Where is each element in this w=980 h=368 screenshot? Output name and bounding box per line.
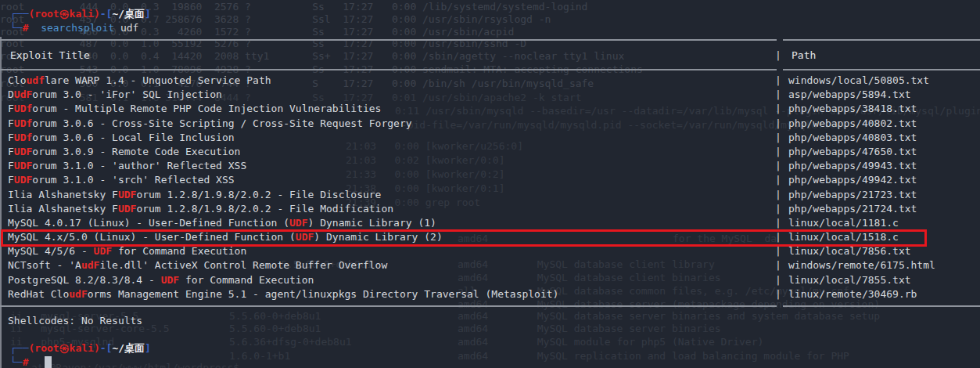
column-divider: |	[775, 287, 781, 301]
table-row: FUDforum 3.0.6 - Local File Inclusion|ph…	[0, 131, 980, 145]
table-separator	[0, 69, 777, 70]
table-separator	[783, 305, 980, 307]
exploit-title: FUDforum - Multiple Remote PHP Code Inje…	[8, 102, 381, 116]
column-divider: |	[775, 49, 781, 63]
prompt-frame: ]	[145, 342, 151, 354]
prompt-line-1: ┌──(root㉿kali)-[~/桌面]	[10, 7, 151, 21]
search-match-highlight: udF	[81, 259, 99, 271]
exploit-title: MySQL 4.0.17 (Linux) - User-Defined Func…	[8, 216, 436, 230]
table-separator	[0, 39, 777, 41]
prompt-frame: └─	[10, 356, 23, 368]
cursor[interactable]	[45, 356, 52, 368]
column-divider: |	[775, 88, 781, 102]
highlight-annotation-box	[1, 229, 927, 247]
exploit-table: Cloudflare WARP 1.4 - Unquoted Service P…	[0, 74, 980, 301]
exploit-title: FUDForum 3.0.9 - Remote Code Execution	[8, 145, 240, 159]
prompt-frame: ┌──	[10, 342, 28, 354]
search-match-highlight: UDF	[14, 174, 32, 186]
exploit-path: php/webapps/38418.txt	[788, 102, 917, 116]
prompt-frame: ┌──	[10, 8, 28, 20]
search-match-highlight: UdF	[14, 88, 32, 100]
exploit-path: windows/local/50805.txt	[788, 74, 929, 88]
search-match-highlight: UDF	[161, 274, 179, 286]
exploit-path: php/webapps/49943.txt	[788, 159, 917, 173]
table-separator	[0, 305, 777, 307]
command-text: searchsploit	[41, 22, 114, 34]
column-divider: |	[775, 102, 781, 116]
column-header-title: Exploit Title	[10, 49, 90, 63]
search-match-highlight: UDF	[14, 160, 32, 171]
table-row: DUdForum 3.0 - 'iFor' SQL Injection|asp/…	[0, 88, 980, 102]
column-divider: |	[775, 173, 781, 187]
exploit-path: windows/remote/6175.html	[788, 258, 935, 272]
column-divider: |	[775, 131, 781, 145]
search-match-highlight: UDF	[14, 146, 32, 157]
exploit-path: php/webapps/21723.txt	[788, 188, 917, 202]
prompt-line-1: ┌──(root㉿kali)-[~/桌面]	[10, 341, 151, 355]
exploit-path: php/webapps/40803.txt	[788, 131, 917, 145]
column-divider: |	[775, 216, 781, 230]
exploit-title: RedHat CloudForms Management Engine 5.1 …	[8, 287, 558, 301]
prompt-line-2: └─#	[10, 355, 28, 368]
prompt-cwd: ~/桌面	[112, 342, 145, 354]
column-divider: |	[775, 159, 781, 173]
prompt-frame: -[	[100, 342, 113, 354]
exploit-path: asp/webapps/5894.txt	[788, 88, 911, 102]
prompt-hash: #	[23, 356, 29, 368]
table-row: FUDforum - Multiple Remote PHP Code Inje…	[0, 102, 980, 116]
search-match-highlight: UDF	[118, 203, 136, 215]
search-match-highlight: UDf	[14, 117, 32, 129]
table-row: FUDforum 3.0.6 - Cross-Site Scripting / …	[0, 117, 980, 131]
exploit-path: php/webapps/47650.txt	[788, 145, 917, 159]
table-row: MySQL 4.0.17 (Linux) - User-Defined Func…	[0, 216, 980, 230]
table-row: PostgreSQL 8.2/8.3/8.4 - UDF for Command…	[0, 273, 980, 287]
column-divider: |	[775, 273, 781, 287]
search-match-highlight: udF	[69, 288, 87, 300]
search-match-highlight: UDF	[289, 217, 307, 229]
search-match-highlight: udf	[26, 74, 44, 86]
exploit-path: linux/local/1181.c	[788, 216, 899, 230]
table-row: Ilia Alshanetsky FUDForum 1.2.8/1.9.8/2.…	[0, 188, 980, 202]
table-separator	[783, 69, 980, 70]
exploit-title: FUDForum 3.1.0 - 'author' Reflected XSS	[8, 159, 246, 173]
table-row: FUDForum 3.1.0 - 'author' Reflected XSS|…	[0, 159, 980, 173]
exploit-title: PostgreSQL 8.2/8.3/8.4 - UDF for Command…	[8, 273, 314, 287]
table-row: RedHat CloudForms Management Engine 5.1 …	[0, 287, 980, 301]
search-match-highlight: UDf	[14, 132, 32, 143]
exploit-path: linux/local/7855.txt	[788, 273, 911, 287]
table-row: NCTsoft - 'AudFile.dll' ActiveX Control …	[0, 258, 980, 272]
exploit-path: linux/remote/30469.rb	[788, 287, 917, 301]
prompt-cwd: ~/桌面	[112, 8, 145, 20]
exploit-title: Ilia Alshanetsky FUDForum 1.2.8/1.9.8/2.…	[8, 202, 393, 216]
search-match-highlight: UDF	[118, 189, 136, 200]
search-match-highlight: UDf	[14, 103, 32, 114]
exploit-title: Cloudflare WARP 1.4 - Unquoted Service P…	[8, 74, 271, 88]
column-divider: |	[775, 145, 781, 159]
exploit-title: DUdForum 3.0 - 'iFor' SQL Injection	[8, 88, 222, 102]
search-match-highlight: UDF	[94, 245, 112, 257]
column-divider: |	[775, 202, 781, 216]
exploit-title: FUDforum 3.0.6 - Local File Inclusion	[8, 131, 235, 145]
exploit-path: php/webapps/21724.txt	[788, 202, 917, 216]
exploit-title: Ilia Alshanetsky FUDForum 1.2.8/1.9.8/2.…	[8, 188, 381, 202]
exploit-path: php/webapps/40802.txt	[788, 117, 917, 131]
table-row: FUDForum 3.0.9 - Remote Code Execution|p…	[0, 145, 980, 159]
exploit-title: FUDForum 3.1.0 - 'srch' Reflected XSS	[8, 173, 235, 187]
column-divider: |	[775, 258, 781, 272]
table-row: FUDForum 3.1.0 - 'srch' Reflected XSS|ph…	[0, 173, 980, 187]
prompt-frame: └─	[10, 22, 23, 34]
command-line: └─# searchsploit udf	[10, 21, 138, 35]
table-header-row: Exploit Title | Path	[0, 49, 980, 63]
left-border-line	[0, 37, 2, 368]
table-row: Ilia Alshanetsky FUDForum 1.2.8/1.9.8/2.…	[0, 202, 980, 216]
prompt-user-host: (root㉿kali)	[28, 8, 99, 20]
column-divider: |	[775, 117, 781, 131]
table-row: Cloudflare WARP 1.4 - Unquoted Service P…	[0, 74, 980, 88]
exploit-title: NCTsoft - 'AudFile.dll' ActiveX Control …	[8, 258, 387, 272]
column-divider: |	[775, 188, 781, 202]
table-separator	[783, 39, 980, 41]
column-divider: |	[775, 74, 781, 88]
column-header-path: Path	[792, 49, 816, 63]
terminal-window[interactable]: root 444 0.0 0.3 19860 2576 ? Ss 17:27 0…	[0, 0, 980, 368]
prompt-frame: -[	[100, 8, 113, 20]
